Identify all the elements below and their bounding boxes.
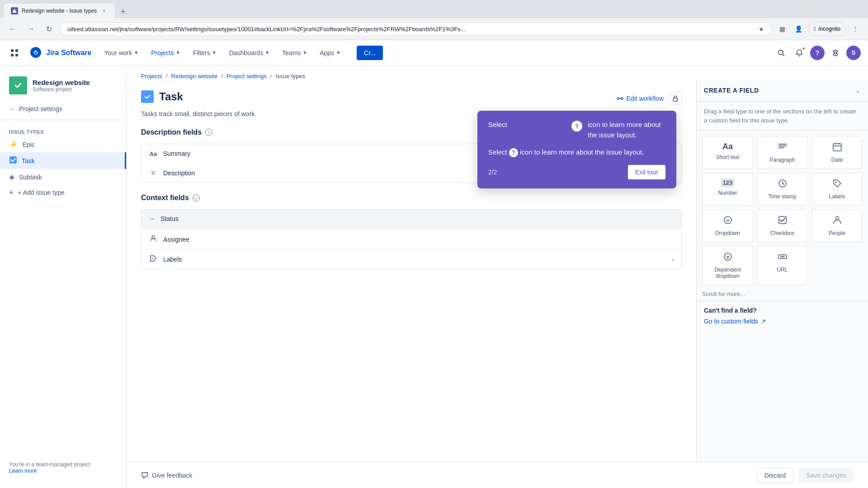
nav-dashboards[interactable]: Dashboards ▼: [224, 46, 275, 60]
breadcrumb-settings[interactable]: Project settings: [226, 73, 267, 80]
status-field: → Status: [141, 209, 682, 228]
tab-favicon: [11, 7, 18, 14]
profile-icon[interactable]: 👤: [792, 22, 806, 36]
labels-field-type[interactable]: Labels: [811, 173, 863, 206]
project-settings-nav[interactable]: ← Project settings: [0, 102, 126, 116]
jira-logo[interactable]: Jira Software: [29, 46, 91, 60]
clock-icon: [778, 178, 788, 191]
nav-your-work[interactable]: Your work ▼: [99, 46, 144, 60]
svg-rect-22: [833, 144, 841, 151]
sidebar-item-subtask[interactable]: ◈ Subtask: [0, 169, 126, 185]
timestamp-field-type[interactable]: Time stamp: [757, 173, 808, 206]
new-tab-button[interactable]: +: [117, 5, 129, 18]
star-icon[interactable]: ★: [759, 26, 764, 33]
nav-teams[interactable]: Teams ▼: [277, 46, 312, 60]
breadcrumb-projects[interactable]: Projects: [141, 73, 162, 80]
subtask-icon: ◈: [9, 173, 14, 181]
search-button[interactable]: [774, 46, 788, 60]
panel-expand-icon[interactable]: ⌄: [855, 87, 861, 94]
short-text-label: Short text: [716, 154, 739, 160]
tooltip-progress: 2/2: [488, 169, 497, 176]
svg-line-6: [783, 54, 784, 56]
date-field-type[interactable]: Date: [811, 136, 863, 169]
address-bar[interactable]: uifeed.atlassian.net/jira/software/proje…: [60, 23, 772, 36]
url-field-type[interactable]: URL: [757, 246, 808, 285]
lock-button[interactable]: [669, 92, 682, 105]
dropdown-field-type[interactable]: Dropdown: [702, 209, 753, 242]
panel-title: CREATE A FIELD: [704, 87, 759, 94]
feedback-label: Give feedback: [152, 472, 193, 479]
subtask-label: Subtask: [19, 174, 42, 181]
back-button[interactable]: ←: [5, 22, 20, 36]
give-feedback-button[interactable]: Give feedback: [141, 472, 193, 479]
url-icon: [778, 252, 788, 264]
incognito-label: Incognito: [818, 26, 840, 32]
svg-line-28: [783, 183, 784, 184]
sidebar-item-epic[interactable]: ⚡ Epic: [0, 136, 126, 152]
learn-more-link[interactable]: Learn more: [9, 468, 37, 474]
forward-button[interactable]: →: [24, 22, 38, 36]
number-label: Number: [718, 190, 737, 196]
people-label: People: [829, 230, 845, 236]
discard-button[interactable]: Discard: [757, 468, 793, 483]
people-field-type[interactable]: People: [811, 209, 863, 242]
labels-field[interactable]: Labels ›: [142, 249, 681, 269]
tooltip-content: Select ? icon to learn more about the is…: [488, 120, 665, 140]
reload-button[interactable]: ↻: [42, 22, 56, 36]
svg-point-29: [835, 182, 836, 183]
svg-rect-2: [15, 49, 18, 52]
dependent-dropdown-field-type[interactable]: Dependent dropdown: [702, 246, 753, 285]
status-icon: →: [149, 215, 155, 222]
nav-filters[interactable]: Filters ▼: [188, 46, 222, 60]
breadcrumb-sep: /: [221, 73, 223, 80]
user-avatar[interactable]: S: [846, 46, 861, 60]
description-info-icon[interactable]: i: [205, 129, 212, 136]
tooltip-footer: 2/2 Exit tour: [488, 165, 665, 179]
labels-icon: [832, 178, 842, 191]
project-icon[interactable]: [9, 76, 27, 94]
save-changes-button[interactable]: Save changes: [799, 468, 854, 483]
page-footer: Give feedback Discard Save changes: [127, 462, 868, 488]
settings-button[interactable]: [828, 46, 843, 60]
nav-projects[interactable]: Projects ▼: [146, 46, 185, 60]
checkbox-field-type[interactable]: Checkbox: [757, 209, 808, 242]
sidebar-item-task[interactable]: Task: [0, 152, 126, 169]
labels-label: Labels: [829, 193, 845, 200]
jira-app: Jira Software Your work ▼ Projects ▼ Fil…: [0, 40, 868, 488]
edit-workflow-button[interactable]: Edit workflow: [617, 95, 664, 102]
help-button[interactable]: ?: [810, 46, 825, 60]
right-panel: CREATE A FIELD ⌄ Drag a field type to on…: [696, 80, 868, 462]
more-options-icon[interactable]: ⋮: [848, 22, 863, 36]
timestamp-label: Time stamp: [768, 193, 796, 200]
notifications-button[interactable]: [792, 46, 807, 60]
incognito-button[interactable]: 🉖 Incognito: [808, 22, 846, 36]
number-field-type[interactable]: 123 Number: [702, 173, 753, 206]
context-info-icon[interactable]: i: [193, 194, 200, 202]
close-tab-button[interactable]: ×: [100, 7, 108, 14]
add-issue-type-button[interactable]: + + Add issue type: [0, 185, 126, 200]
svg-rect-4: [15, 54, 18, 56]
date-label: Date: [831, 157, 843, 163]
labels-expand-icon[interactable]: ›: [672, 256, 674, 263]
field-types-grid: Aa Short text Paragraph: [697, 131, 868, 291]
edit-workflow-label: Edit workflow: [627, 95, 664, 102]
short-text-field-type[interactable]: Aa Short text: [702, 136, 753, 169]
task-label: Task: [22, 157, 35, 164]
create-button[interactable]: Cr...: [357, 46, 383, 60]
nav-apps[interactable]: Apps ▼: [314, 46, 346, 60]
active-tab[interactable]: Redesign website - Issue types ×: [4, 4, 115, 18]
breadcrumb-redesign[interactable]: Redesign website: [171, 73, 218, 80]
go-to-custom-fields-link[interactable]: Go to custom fields ↗: [704, 318, 861, 325]
paragraph-field-type[interactable]: Paragraph: [757, 136, 808, 169]
nav-items: Your work ▼ Projects ▼ Filters ▼ Dashboa…: [99, 46, 346, 60]
svg-rect-16: [673, 98, 678, 101]
svg-point-12: [621, 98, 623, 99]
paragraph-label: Paragraph: [769, 157, 795, 163]
extensions-icon[interactable]: ▦: [775, 22, 790, 36]
paragraph-icon: ≡: [149, 169, 158, 177]
exit-tour-button[interactable]: Exit tour: [628, 165, 665, 179]
breadcrumb-sep: /: [270, 73, 272, 80]
dependent-dropdown-label: Dependent dropdown: [706, 267, 749, 279]
context-fields-title: Context fields: [141, 194, 189, 202]
grid-menu-button[interactable]: [7, 46, 22, 60]
